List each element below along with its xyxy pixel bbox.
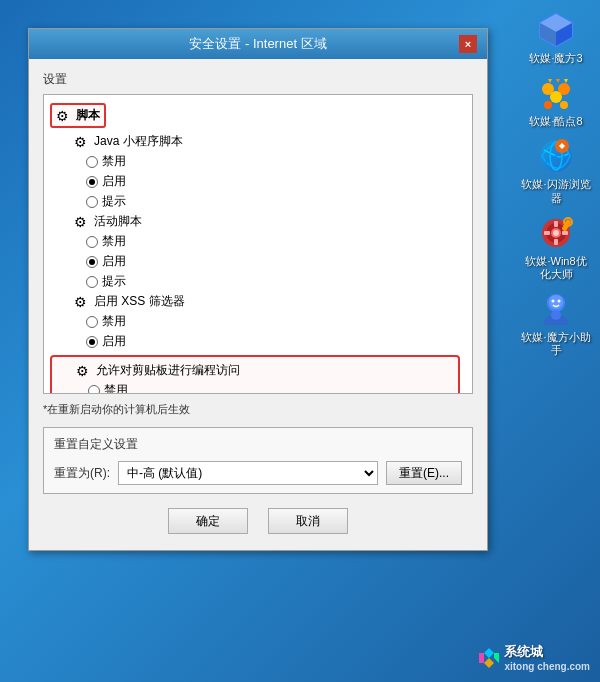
- active-enable-option[interactable]: 启用: [50, 252, 466, 271]
- java-script-label: Java 小程序脚本: [94, 133, 183, 150]
- xss-disable-label: 禁用: [102, 313, 126, 330]
- browser-label: 软媒·闪游浏览器: [520, 178, 592, 204]
- xss-label: 启用 XSS 筛选器: [94, 293, 185, 310]
- desktop-icon-browser[interactable]: 软媒·闪游浏览器: [520, 136, 592, 204]
- active-disable-option[interactable]: 禁用: [50, 232, 466, 251]
- xss-enable-option[interactable]: 启用: [50, 332, 466, 351]
- active-prompt-option[interactable]: 提示: [50, 272, 466, 291]
- desktop-icon-win8[interactable]: 软媒·Win8优化大师: [520, 213, 592, 281]
- active-enable-radio[interactable]: [86, 256, 98, 268]
- svg-marker-5: [556, 79, 560, 83]
- clipboard-label: 允许对剪贴板进行编程访问: [96, 362, 240, 379]
- reset-row: 重置为(R): 中-高 (默认值) 重置(E)...: [54, 461, 462, 485]
- script-icon: ⚙: [56, 108, 72, 124]
- svg-marker-34: [479, 653, 484, 663]
- svg-point-29: [551, 310, 561, 320]
- clipboard-group: ⚙ 允许对剪贴板进行编程访问 禁用 启用 提示: [50, 355, 460, 394]
- svg-point-11: [560, 101, 568, 109]
- svg-marker-33: [484, 658, 494, 668]
- category-script-label: 脚本: [76, 107, 100, 124]
- java-enable-radio[interactable]: [86, 176, 98, 188]
- restart-note: *在重新启动你的计算机后生效: [43, 402, 473, 417]
- close-button[interactable]: ×: [459, 35, 477, 53]
- kudian8-label: 软媒·酷点8: [529, 115, 582, 128]
- settings-list: ⚙ 脚本 ⚙ Java 小程序脚本 禁用 启用 提: [44, 99, 472, 394]
- mofang3-label: 软媒·魔方3: [529, 52, 582, 65]
- win8-icon: [536, 213, 576, 253]
- dialog-titlebar: 安全设置 - Internet 区域 ×: [29, 29, 487, 59]
- svg-marker-31: [484, 648, 494, 658]
- dialog-body: 设置 ⚙ 脚本 ⚙ Java 小程序脚本 禁用: [29, 59, 487, 550]
- cancel-button[interactable]: 取消: [268, 508, 348, 534]
- mofang3-icon: [536, 10, 576, 50]
- java-disable-option[interactable]: 禁用: [50, 152, 466, 171]
- svg-rect-18: [554, 239, 558, 245]
- reset-title: 重置自定义设置: [54, 436, 462, 453]
- security-settings-dialog: 安全设置 - Internet 区域 × 设置 ⚙ 脚本 ⚙ Java 小程序脚…: [28, 28, 488, 551]
- category-script: ⚙ 脚本: [50, 103, 106, 128]
- svg-point-22: [553, 230, 559, 236]
- xss-disable-radio[interactable]: [86, 316, 98, 328]
- active-disable-radio[interactable]: [86, 236, 98, 248]
- reset-section: 重置自定义设置 重置为(R): 中-高 (默认值) 重置(E)...: [43, 427, 473, 494]
- sub-active-script: ⚙ 活动脚本: [50, 212, 466, 231]
- active-disable-label: 禁用: [102, 233, 126, 250]
- dialog-title: 安全设置 - Internet 区域: [57, 35, 459, 53]
- assistant-label: 软媒·魔方小助手: [520, 331, 592, 357]
- java-prompt-label: 提示: [102, 193, 126, 210]
- clipboard-icon: ⚙: [76, 363, 92, 379]
- java-disable-radio[interactable]: [86, 156, 98, 168]
- svg-rect-20: [562, 231, 568, 235]
- xss-enable-label: 启用: [102, 333, 126, 350]
- svg-rect-19: [544, 231, 550, 235]
- active-script-label: 活动脚本: [94, 213, 142, 230]
- sub-xss: ⚙ 启用 XSS 筛选器: [50, 292, 466, 311]
- active-prompt-label: 提示: [102, 273, 126, 290]
- reset-label: 重置为(R):: [54, 465, 110, 482]
- watermark-text: 系统城 xitong cheng.com: [504, 643, 590, 672]
- kudian8-icon: [536, 73, 576, 113]
- desktop-icons: 软媒·魔方3 软媒·酷点8: [520, 10, 592, 358]
- xss-enable-radio[interactable]: [86, 336, 98, 348]
- sub-java-script: ⚙ Java 小程序脚本: [50, 132, 466, 151]
- clipboard-disable-option[interactable]: 禁用: [52, 381, 454, 394]
- desktop-icon-assistant[interactable]: 软媒·魔方小助手: [520, 289, 592, 357]
- svg-point-9: [550, 91, 562, 103]
- desktop-icon-kudian8[interactable]: 软媒·酷点8: [520, 73, 592, 128]
- svg-marker-6: [564, 79, 568, 83]
- clipboard-disable-label: 禁用: [104, 382, 128, 394]
- watermark-main: 系统城: [504, 643, 590, 661]
- watermark-logo-icon: [478, 647, 500, 669]
- sub-clipboard: ⚙ 允许对剪贴板进行编程访问: [52, 361, 454, 380]
- active-enable-label: 启用: [102, 253, 126, 270]
- svg-point-28: [558, 300, 561, 303]
- svg-marker-32: [494, 653, 499, 663]
- svg-marker-4: [548, 79, 552, 83]
- clipboard-disable-radio[interactable]: [88, 385, 100, 395]
- java-icon: ⚙: [74, 134, 90, 150]
- reset-button[interactable]: 重置(E)...: [386, 461, 462, 485]
- settings-listbox[interactable]: ⚙ 脚本 ⚙ Java 小程序脚本 禁用 启用 提: [43, 94, 473, 394]
- java-prompt-option[interactable]: 提示: [50, 192, 466, 211]
- active-prompt-radio[interactable]: [86, 276, 98, 288]
- xss-disable-option[interactable]: 禁用: [50, 312, 466, 331]
- browser-icon: [536, 136, 576, 176]
- dialog-buttons: 确定 取消: [43, 508, 473, 534]
- win8-label: 软媒·Win8优化大师: [520, 255, 592, 281]
- svg-rect-17: [554, 221, 558, 227]
- reset-select[interactable]: 中-高 (默认值): [118, 461, 378, 485]
- svg-point-27: [552, 300, 555, 303]
- confirm-button[interactable]: 确定: [168, 508, 248, 534]
- java-enable-option[interactable]: 启用: [50, 172, 466, 191]
- java-disable-label: 禁用: [102, 153, 126, 170]
- section-label: 设置: [43, 71, 473, 88]
- watermark: 系统城 xitong cheng.com: [478, 643, 590, 672]
- assistant-icon: [536, 289, 576, 329]
- xss-icon: ⚙: [74, 294, 90, 310]
- watermark-sub: xitong cheng.com: [504, 661, 590, 672]
- active-icon: ⚙: [74, 214, 90, 230]
- java-prompt-radio[interactable]: [86, 196, 98, 208]
- java-enable-label: 启用: [102, 173, 126, 190]
- desktop-icon-mofang3[interactable]: 软媒·魔方3: [520, 10, 592, 65]
- svg-point-10: [544, 101, 552, 109]
